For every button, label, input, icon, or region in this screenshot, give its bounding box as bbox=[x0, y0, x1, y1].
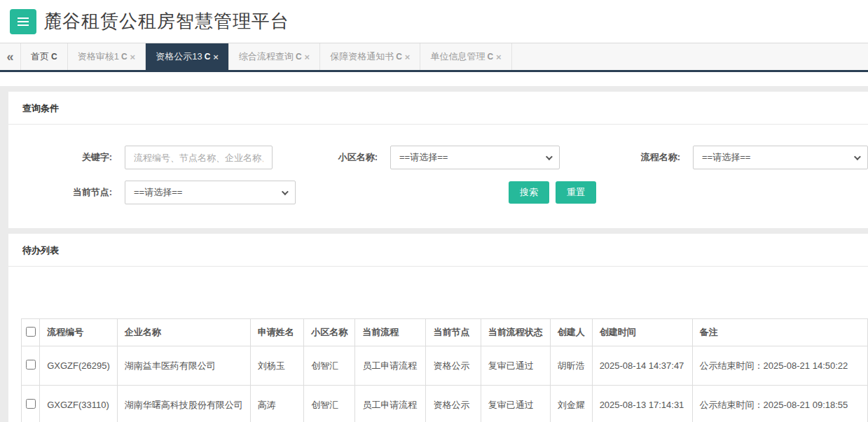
todo-panel-title: 待办列表 bbox=[8, 234, 868, 267]
refresh-icon[interactable]: C bbox=[487, 52, 493, 62]
select-all-cell bbox=[22, 319, 40, 346]
search-buttons: 搜索 重置 bbox=[509, 181, 596, 204]
cell-current-node: 资格公示 bbox=[426, 346, 481, 386]
row-checkbox-cell bbox=[22, 386, 40, 422]
tab-unit-info-management[interactable]: 单位信息管理 C × bbox=[420, 43, 511, 70]
search-button[interactable]: 搜索 bbox=[509, 181, 549, 204]
current-node-select[interactable]: ==请选择== bbox=[125, 181, 296, 204]
page-content: 查询条件 关键字: 小区名称: ==请选择== 流程名称: ==请选择== 当前… bbox=[0, 92, 868, 422]
col-header-process-no: 流程编号 bbox=[40, 319, 118, 346]
tab-bar: « 首页 C 资格审核1 C × 资格公示13 C × 综合流程查询 C × 保… bbox=[0, 43, 868, 72]
current-node-label: 当前节点: bbox=[50, 186, 112, 199]
tab-label: 资格审核1 bbox=[78, 50, 119, 63]
community-label: 小区名称: bbox=[316, 151, 378, 164]
flow-name-select-value: ==请选择== bbox=[702, 151, 750, 164]
cell-company: 湖南益丰医药有限公司 bbox=[117, 346, 250, 386]
flow-name-label: 流程名称: bbox=[619, 151, 680, 164]
close-tab-icon[interactable]: × bbox=[405, 52, 411, 62]
cell-flow-status: 复审已通过 bbox=[481, 386, 550, 422]
close-tab-icon[interactable]: × bbox=[130, 52, 136, 62]
chevron-down-icon bbox=[282, 188, 289, 195]
current-node-select-value: ==请选择== bbox=[134, 186, 182, 199]
tab-comprehensive-flow-query[interactable]: 综合流程查询 C × bbox=[229, 43, 320, 70]
col-header-community: 小区名称 bbox=[304, 319, 355, 346]
refresh-icon[interactable]: C bbox=[205, 52, 211, 62]
tab-label: 保障资格通知书 bbox=[330, 50, 394, 63]
hamburger-icon bbox=[18, 21, 29, 22]
table-header-row: 流程编号 企业名称 申请姓名 小区名称 当前流程 当前节点 当前流程状态 创建人… bbox=[22, 319, 868, 346]
tab-guarantee-qualification-notice[interactable]: 保障资格通知书 C × bbox=[320, 43, 420, 70]
tab-label: 单位信息管理 bbox=[430, 50, 485, 63]
search-panel: 查询条件 关键字: 小区名称: ==请选择== 流程名称: ==请选择== 当前… bbox=[8, 92, 868, 228]
todo-table-wrap: 流程编号 企业名称 申请姓名 小区名称 当前流程 当前节点 当前流程状态 创建人… bbox=[21, 318, 868, 422]
close-tab-icon[interactable]: × bbox=[213, 52, 219, 62]
col-header-creator: 创建人 bbox=[550, 319, 592, 346]
collapse-tabs-button[interactable]: « bbox=[0, 43, 21, 70]
chevron-down-icon bbox=[546, 153, 553, 160]
search-form-row-2: 当前节点: ==请选择== 搜索 重置 bbox=[50, 181, 868, 204]
todo-table: 流程编号 企业名称 申请姓名 小区名称 当前流程 当前节点 当前流程状态 创建人… bbox=[21, 318, 868, 422]
tab-home[interactable]: 首页 C bbox=[21, 43, 68, 70]
col-header-remark: 备注 bbox=[692, 319, 867, 346]
cell-community: 创智汇 bbox=[304, 386, 355, 422]
cell-creator: 胡昕浩 bbox=[550, 346, 592, 386]
cell-remark: 公示结束时间：2025-08-21 09:18:55 bbox=[692, 386, 867, 422]
cell-current-flow: 员工申请流程 bbox=[355, 346, 426, 386]
tab-qualification-publicity[interactable]: 资格公示13 C × bbox=[146, 43, 229, 70]
row-checkbox-cell bbox=[22, 346, 40, 386]
menu-button[interactable] bbox=[10, 9, 36, 34]
close-tab-icon[interactable]: × bbox=[496, 52, 502, 62]
cell-remark: 公示结束时间：2025-08-21 14:50:22 bbox=[692, 346, 867, 386]
flow-name-select[interactable]: ==请选择== bbox=[693, 146, 868, 169]
cell-create-time: 2025-08-14 14:37:47 bbox=[592, 346, 692, 386]
row-checkbox[interactable] bbox=[26, 360, 36, 370]
cell-current-flow: 员工申请流程 bbox=[355, 386, 426, 422]
refresh-icon[interactable]: C bbox=[51, 52, 57, 62]
community-select[interactable]: ==请选择== bbox=[390, 146, 560, 169]
community-select-value: ==请选择== bbox=[399, 151, 448, 164]
table-row: GXGZF(33110) 湖南华曙高科技股份有限公司 高涛 创智汇 员工申请流程… bbox=[22, 386, 868, 422]
col-header-applicant: 申请姓名 bbox=[250, 319, 303, 346]
col-header-current-flow: 当前流程 bbox=[355, 319, 426, 346]
cell-current-node: 资格公示 bbox=[426, 386, 481, 422]
cell-process-no: GXGZF(26295) bbox=[40, 346, 118, 386]
cell-company: 湖南华曙高科技股份有限公司 bbox=[117, 386, 250, 422]
refresh-icon[interactable]: C bbox=[396, 52, 402, 62]
cell-creator: 刘金耀 bbox=[550, 386, 592, 422]
collapse-tabs-icon: « bbox=[6, 50, 13, 64]
tab-label: 综合流程查询 bbox=[239, 50, 294, 63]
content-top-strip bbox=[0, 72, 868, 86]
reset-button[interactable]: 重置 bbox=[556, 181, 596, 204]
cell-create-time: 2025-08-13 17:14:31 bbox=[592, 386, 692, 422]
tab-label: 首页 bbox=[31, 50, 49, 63]
select-all-checkbox[interactable] bbox=[26, 327, 36, 337]
todo-panel: 待办列表 流程编号 企业名称 申请姓名 bbox=[8, 234, 868, 422]
col-header-current-node: 当前节点 bbox=[426, 319, 481, 346]
col-header-company: 企业名称 bbox=[117, 319, 250, 346]
col-header-flow-status: 当前流程状态 bbox=[481, 319, 550, 346]
cell-process-no: GXGZF(33110) bbox=[40, 386, 118, 422]
search-form-row-1: 关键字: 小区名称: ==请选择== 流程名称: ==请选择== bbox=[50, 146, 868, 169]
search-form: 关键字: 小区名称: ==请选择== 流程名称: ==请选择== 当前节点: =… bbox=[8, 125, 868, 228]
chevron-down-icon bbox=[854, 153, 861, 160]
close-tab-icon[interactable]: × bbox=[305, 52, 310, 62]
refresh-icon[interactable]: C bbox=[121, 52, 128, 62]
row-checkbox[interactable] bbox=[26, 399, 36, 409]
search-panel-title: 查询条件 bbox=[8, 92, 868, 125]
cell-applicant: 刘杨玉 bbox=[250, 346, 303, 386]
cell-flow-status: 复审已通过 bbox=[481, 346, 550, 386]
keyword-label: 关键字: bbox=[50, 151, 112, 164]
tab-label: 资格公示13 bbox=[156, 50, 202, 63]
app-title: 麓谷租赁公租房智慧管理平台 bbox=[43, 9, 289, 34]
cell-applicant: 高涛 bbox=[250, 386, 303, 422]
keyword-input[interactable] bbox=[125, 146, 273, 169]
cell-community: 创智汇 bbox=[304, 346, 355, 386]
app-header: 麓谷租赁公租房智慧管理平台 bbox=[0, 0, 868, 43]
tab-qualification-review[interactable]: 资格审核1 C × bbox=[68, 43, 146, 70]
refresh-icon[interactable]: C bbox=[296, 52, 302, 62]
col-header-create-time: 创建时间 bbox=[592, 319, 692, 346]
table-row: GXGZF(26295) 湖南益丰医药有限公司 刘杨玉 创智汇 员工申请流程 资… bbox=[22, 346, 868, 386]
